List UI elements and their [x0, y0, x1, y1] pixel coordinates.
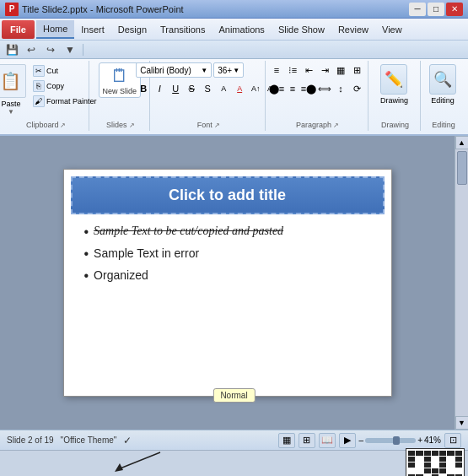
- slideshow-menu-item[interactable]: Slide Show: [272, 20, 331, 39]
- strikethrough-button[interactable]: S: [184, 81, 199, 96]
- paragraph-expand-icon[interactable]: ↗: [333, 122, 339, 129]
- justify-button[interactable]: ⟺: [317, 81, 332, 96]
- redo-button[interactable]: ↪: [42, 42, 59, 57]
- qr-cell: [424, 468, 431, 473]
- drawing-group: ✏️ Drawing Drawing: [370, 61, 421, 131]
- numbering-button[interactable]: ⁝≡: [285, 62, 300, 78]
- scroll-down-button[interactable]: ▼: [455, 416, 469, 430]
- align-right-button[interactable]: ≡⬤: [301, 81, 316, 96]
- font-face-selector[interactable]: Calibri (Body) ▼: [136, 62, 212, 78]
- shadow-button[interactable]: S: [200, 81, 215, 96]
- drawing-button[interactable]: ✏️ Drawing: [379, 62, 410, 106]
- qr-cell: [424, 451, 431, 456]
- paste-dropdown-arrow[interactable]: ▼: [8, 108, 14, 116]
- slide-title-box[interactable]: Click to add title: [71, 176, 385, 214]
- qr-cell: [447, 462, 454, 468]
- slideshow-view-button[interactable]: ▶: [339, 433, 356, 448]
- new-slide-button[interactable]: 🗒 New Slide: [99, 62, 142, 98]
- maximize-button[interactable]: □: [428, 3, 444, 16]
- bold-button[interactable]: B: [136, 81, 151, 96]
- zoom-in-button[interactable]: +: [417, 435, 422, 445]
- zoom-control: – + 41%: [359, 435, 441, 445]
- qr-cell: [416, 468, 422, 473]
- slide-content-box: Sample Text to be cut/copied and pasted …: [78, 221, 378, 356]
- font-color-button[interactable]: A: [232, 81, 247, 96]
- close-button[interactable]: ✕: [446, 3, 463, 16]
- italic-button[interactable]: I: [152, 81, 167, 96]
- line-spacing-button[interactable]: ↕: [333, 81, 348, 96]
- slides-expand-icon[interactable]: ↗: [129, 122, 135, 129]
- columns-button[interactable]: ▦: [333, 62, 348, 78]
- slide-sorter-button[interactable]: ⊞: [299, 433, 315, 448]
- vertical-scrollbar[interactable]: ▲ ▼: [455, 136, 468, 430]
- text-direction-button[interactable]: ⟳: [349, 81, 364, 96]
- char-spacing-button[interactable]: A: [216, 81, 231, 96]
- slides-group-label: Slides ↗: [106, 121, 135, 129]
- cut-button[interactable]: ✂ Cut: [31, 64, 99, 78]
- paragraph-list-row: ≡ ⁝≡ ⇤ ⇥ ▦ ⊞: [269, 62, 364, 78]
- minimize-button[interactable]: ─: [409, 3, 426, 16]
- paragraph-group: ≡ ⁝≡ ⇤ ⇥ ▦ ⊞ ⬤≡ ≡ ≡⬤ ⟺ ↕ ⟳ Paragraph ↗: [267, 61, 368, 131]
- align-left-button[interactable]: ⬤≡: [269, 81, 284, 96]
- design-menu-item[interactable]: Design: [111, 20, 153, 39]
- increase-font-button[interactable]: A↑: [248, 81, 263, 96]
- zoom-level: 41%: [424, 435, 441, 445]
- bullet-text-2: Sample Text in error: [94, 246, 199, 260]
- home-menu-item[interactable]: Home: [36, 20, 74, 39]
- file-menu-button[interactable]: File: [2, 20, 35, 39]
- paste-icon: 📋: [0, 64, 26, 98]
- editing-icon: 🔍: [429, 64, 456, 95]
- qr-cell: [439, 451, 446, 456]
- qr-cell: [447, 451, 454, 456]
- qr-cell: [416, 462, 422, 468]
- copy-label: Copy: [46, 82, 64, 90]
- bullet-text-1: Sample Text to be cut/copied and pasted: [94, 224, 283, 238]
- review-menu-item[interactable]: Review: [331, 20, 375, 39]
- annotation-bar: Normal View icon it屋 www.it1352.com: [0, 450, 468, 476]
- transitions-menu-item[interactable]: Transitions: [153, 20, 212, 39]
- font-face-dropdown[interactable]: ▼: [201, 67, 207, 74]
- qr-cell: [439, 468, 446, 473]
- slide[interactable]: Click to add title Sample Text to be cut…: [63, 169, 392, 397]
- scroll-thumb[interactable]: [457, 151, 467, 185]
- title-controls[interactable]: ─ □ ✕: [409, 3, 463, 16]
- font-group: Calibri (Body) ▼ 36+ ▼ B I U S S A A A↑ …: [152, 61, 266, 131]
- arrow-annotation-svg: [101, 448, 169, 473]
- title-bar: P Title Slide2.pptx - Microsoft PowerPoi…: [0, 0, 468, 19]
- editing-group: 🔍 Editing Editing: [422, 61, 465, 131]
- format-painter-button[interactable]: 🖌 Format Painter: [31, 95, 99, 108]
- scroll-up-button[interactable]: ▲: [455, 136, 469, 149]
- qr-cell: [455, 468, 462, 473]
- qr-cell: [408, 457, 415, 462]
- undo-button[interactable]: ↩: [23, 42, 40, 57]
- drawing-group-label: Drawing: [381, 121, 409, 129]
- font-size-value: 36+: [218, 66, 232, 75]
- font-size-dropdown[interactable]: ▼: [233, 67, 239, 74]
- save-button[interactable]: 💾: [3, 42, 20, 57]
- animations-menu-item[interactable]: Animations: [212, 20, 271, 39]
- paste-button[interactable]: 📋 Paste ▼: [0, 62, 30, 117]
- zoom-out-button[interactable]: –: [359, 435, 364, 445]
- bullets-button[interactable]: ≡: [269, 62, 284, 78]
- bullet-text-3: Organized: [94, 268, 148, 282]
- quick-access-dropdown[interactable]: ▼: [62, 42, 78, 57]
- decrease-indent-button[interactable]: ⇤: [301, 62, 316, 78]
- font-expand-icon[interactable]: ↗: [214, 122, 220, 129]
- underline-button[interactable]: U: [168, 81, 183, 96]
- svg-line-0: [118, 452, 160, 469]
- view-menu-item[interactable]: View: [375, 20, 409, 39]
- normal-view-button[interactable]: ▦: [278, 433, 295, 448]
- smartart-button[interactable]: ⊞: [349, 62, 364, 78]
- copy-button[interactable]: ⎘ Copy: [31, 79, 99, 93]
- editing-button[interactable]: 🔍 Editing: [428, 62, 458, 106]
- font-size-selector[interactable]: 36+ ▼: [213, 62, 244, 78]
- insert-menu-item[interactable]: Insert: [74, 20, 111, 39]
- slide-panel: Click to add title Sample Text to be cut…: [0, 136, 455, 430]
- fit-to-window-button[interactable]: ⊡: [444, 433, 461, 448]
- increase-indent-button[interactable]: ⇥: [317, 62, 332, 78]
- align-center-button[interactable]: ≡: [285, 81, 300, 96]
- zoom-slider[interactable]: [365, 438, 416, 443]
- reading-view-button[interactable]: 📖: [319, 433, 336, 448]
- clipboard-expand-icon[interactable]: ↗: [60, 122, 66, 129]
- qr-cell: [455, 462, 462, 468]
